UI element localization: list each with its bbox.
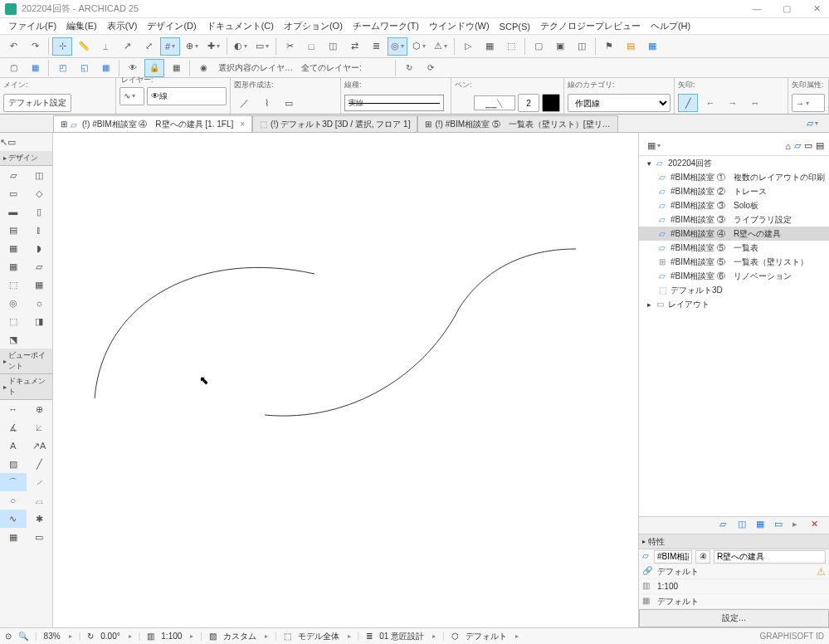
zone-button[interactable]: ⬚ <box>501 37 521 56</box>
tree-layout-root[interactable]: ▸ ▭ レイアウト <box>639 297 829 311</box>
new-layer-button[interactable]: ▢ <box>3 59 23 77</box>
menu-techpreview[interactable]: テクノロジープレビュー <box>535 18 646 34</box>
morph-tool[interactable]: ▱ <box>27 257 53 276</box>
wireframe-button[interactable]: ▦ <box>166 59 186 77</box>
scale-button[interactable]: ▥ <box>147 632 154 641</box>
snap-off-button[interactable]: ⤢ <box>139 37 158 56</box>
tab-3d[interactable]: ⬚ (!) デフォルト3D [3D / 選択, フロア 1] <box>252 115 417 132</box>
element-button[interactable]: ▭▾ <box>252 37 272 56</box>
tree-item[interactable]: ▱#BIM相談室 ⑥ リノベーション <box>639 269 829 283</box>
misc-tool[interactable] <box>27 330 53 349</box>
layercombo-label[interactable]: 01 意匠設計 <box>379 631 424 642</box>
snap-point-button[interactable]: ⊕▾ <box>182 37 202 56</box>
spline-tool[interactable]: ∿ <box>0 510 27 528</box>
dim-tool[interactable]: ↔ <box>0 400 27 418</box>
layer-dropdown[interactable]: 👁 線 <box>147 87 227 105</box>
undo-button[interactable]: ↶ <box>3 37 23 56</box>
properties-title[interactable]: 特性 <box>639 534 829 549</box>
fit-button[interactable]: ⊙ <box>5 632 12 641</box>
tree-item[interactable]: ⬚デフォルト3D <box>639 283 829 297</box>
suspend-button[interactable]: ◐▾ <box>231 37 251 56</box>
hotspot-tool[interactable]: ✱ <box>27 510 53 528</box>
redo-button[interactable]: ↷ <box>25 37 45 56</box>
save-view-button[interactable]: ▦ <box>756 519 769 532</box>
arrow-none-button[interactable]: ╱ <box>678 94 698 112</box>
tree-root[interactable]: ▾ ▱ 202204回答 <box>639 156 829 170</box>
dim-button[interactable]: ▨ <box>209 632 217 641</box>
grid-button[interactable]: #▾ <box>160 37 180 56</box>
settings-button[interactable]: 設定… <box>639 609 829 627</box>
zoom-out-button[interactable]: 🔍 <box>18 632 28 641</box>
default-settings-button[interactable]: デフォルト設定 <box>3 94 71 112</box>
shell-tool[interactable]: ◗ <box>27 239 53 257</box>
zoom-value[interactable]: 83% <box>44 632 61 641</box>
arrow-attr-dropdown[interactable]: → ▾ <box>792 94 825 112</box>
delete-button[interactable]: ✕ <box>811 519 824 532</box>
arrow-both-button[interactable]: ↔ <box>745 94 765 112</box>
arc-tool[interactable]: ⌒ <box>0 473 27 491</box>
beam-tool[interactable]: ▬ <box>0 202 27 221</box>
graphisoft-id[interactable]: GRAPHISOFT ID <box>759 632 824 641</box>
trace-button[interactable]: ◎▾ <box>388 37 407 56</box>
label-tool[interactable]: ↗A <box>27 437 53 455</box>
palette-document-header[interactable]: ドキュメント <box>0 374 52 400</box>
layer-opt1-button[interactable]: ◰ <box>52 59 72 77</box>
fp-mode-icon[interactable]: ▱ <box>794 140 801 151</box>
pen-color-button[interactable] <box>542 94 560 112</box>
clone-view-button[interactable]: ◫ <box>738 519 751 532</box>
arrow-start-button[interactable]: ← <box>700 94 720 112</box>
window-tool[interactable]: ⬚ <box>0 312 27 330</box>
menu-scp[interactable]: SCP(S) <box>495 20 535 33</box>
angle-tool[interactable]: ∡ <box>0 418 27 437</box>
drawing-canvas[interactable]: ⬉ <box>53 133 638 627</box>
text-tool[interactable]: A <box>0 437 27 455</box>
pub-icon[interactable]: ▤ <box>816 140 824 151</box>
menu-design[interactable]: デザイン(D) <box>142 18 201 34</box>
new-view-button[interactable]: ▱ <box>719 519 733 532</box>
slab-tool[interactable]: ▭ <box>0 184 27 202</box>
line-type-dropdown[interactable]: 実線 <box>344 95 444 111</box>
menu-document[interactable]: ドキュメント(C) <box>202 18 279 34</box>
pen-number-input[interactable] <box>518 94 539 112</box>
curve-tool[interactable]: ⌓ <box>27 491 53 510</box>
menu-options[interactable]: オプション(O) <box>279 18 348 34</box>
go-button[interactable]: ▷ <box>458 37 478 56</box>
roof-tool[interactable]: ◇ <box>27 184 53 202</box>
prop-tag-input[interactable] <box>654 550 692 564</box>
tree-item[interactable]: ▱#BIM相談室 ② トレース <box>639 184 829 198</box>
curtain-tool[interactable]: ▦ <box>0 257 27 276</box>
menu-view[interactable]: 表示(V) <box>102 18 143 34</box>
line-mode-dropdown[interactable]: ∿▾ <box>119 87 144 105</box>
snap-line-button[interactable]: ✚▾ <box>203 37 223 56</box>
layers-button[interactable]: ≣ <box>366 37 386 56</box>
palette-design-header[interactable]: デザイン <box>0 151 52 166</box>
menu-file[interactable]: ファイル(F) <box>3 18 61 34</box>
custom-label[interactable]: カスタム <box>223 631 256 642</box>
circle-tool[interactable]: ○ <box>0 491 27 510</box>
railing-tool[interactable]: ⫿ <box>27 221 53 239</box>
lamp-tool[interactable]: ☼ <box>27 294 53 312</box>
drawing-tool[interactable]: ▦ <box>0 528 27 546</box>
fill-tool[interactable]: ▨ <box>0 455 27 473</box>
snap-perp-button[interactable]: ⟂ <box>95 37 115 56</box>
snap-guide-button[interactable]: ↗ <box>117 37 137 56</box>
measure-button[interactable]: 📏 <box>74 37 94 56</box>
pick-button[interactable]: ⊹ <box>52 37 72 56</box>
folder-button[interactable]: ▭ <box>774 519 788 532</box>
sel-opt-button[interactable]: ◉ <box>193 59 213 77</box>
menu-help[interactable]: ヘルプ(H) <box>646 18 695 34</box>
radial-tool[interactable]: ⟀ <box>27 418 53 437</box>
tree-item[interactable]: ⊞#BIM相談室 ⑤ 一覧表（壁リスト） <box>639 255 829 269</box>
layer-opt3-button[interactable]: ▦ <box>95 59 115 77</box>
mesh-tool[interactable]: ▦ <box>0 239 27 257</box>
opening-tool[interactable]: ◎ <box>0 294 27 312</box>
minimize-button[interactable]: ― <box>749 3 764 14</box>
column-tool[interactable]: ▯ <box>27 202 53 221</box>
figure-tool[interactable]: ▭ <box>27 528 53 546</box>
navigator-mode-button[interactable]: ▦▾ <box>644 137 664 155</box>
model-button[interactable]: ⬚ <box>284 632 291 641</box>
layer-combo-button[interactable]: ≣ <box>366 632 373 641</box>
tab-schedule[interactable]: ⊞ (!) #BIM相談室 ⑤ 一覧表（壁リスト）[壁リ… <box>417 115 617 132</box>
area-button[interactable]: ▦ <box>480 37 500 56</box>
pen-weight-input[interactable]: ⎯⎯╲ <box>474 95 515 110</box>
